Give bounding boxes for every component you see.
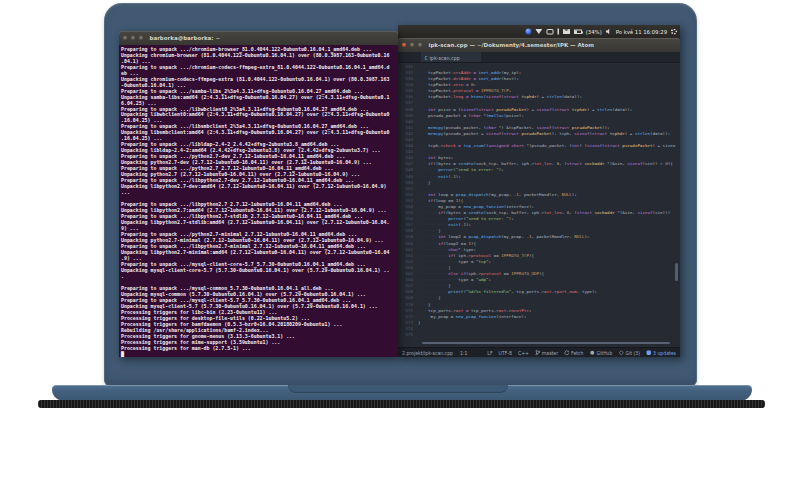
terminal-line: Unpacking mysql-client-core-5.7 (5.7.30-… xyxy=(121,267,398,273)
terminal-line: Preparing to unpack .../samba-libs_2%3a4… xyxy=(121,88,398,94)
terminal-line: Preparing to unpack .../chromium-codecs-… xyxy=(121,64,398,70)
laptop-base xyxy=(52,385,752,401)
atom-titlebar[interactable]: ipk-scan.cpp — ~/Dokumenty/4.semester/IP… xyxy=(398,38,680,52)
status-item-3-updates[interactable]: 3 updates xyxy=(646,350,676,356)
tab-ipk-scan[interactable]: C ipk-scan.cpp xyxy=(420,52,482,63)
volume-icon[interactable] xyxy=(606,29,612,35)
gear-icon[interactable] xyxy=(671,29,677,35)
battery-percent: (34%) xyxy=(586,29,602,35)
atom-window-title: ipk-scan.cpp — ~/Dokumenty/4.semester/IP… xyxy=(429,42,594,49)
terminal-line: Preparing to unpack .../libpython2.7-std… xyxy=(121,213,398,219)
status-item-c-[interactable]: C++ xyxy=(518,350,529,356)
status-cursor-position[interactable]: 1:1 xyxy=(460,350,467,356)
c-file-icon: C xyxy=(425,55,428,61)
trackpad-notch xyxy=(288,385,508,393)
terminal-line: Preparing to unpack .../python2.7-minima… xyxy=(121,231,398,237)
vertical-scrollbar[interactable] xyxy=(675,263,678,281)
terminal-line: Unpacking samba-libs:amd64 (2:4.3.11+dfs… xyxy=(121,94,398,100)
text-caret-icon xyxy=(557,29,559,35)
status-item-git-3-[interactable]: Git (3) xyxy=(618,350,640,356)
status-item-github[interactable]: GitHub xyxy=(590,350,613,356)
status-item-fetch[interactable]: Fetch xyxy=(564,350,583,356)
terminal-window: barborka@barborka: ~ Preparing to unpack… xyxy=(119,31,398,357)
atom-window: (34%) Po kvě 11 16:09:29 ipk-scan.cpp — … xyxy=(398,25,680,357)
maximize-icon[interactable] xyxy=(418,43,422,47)
status-file-path[interactable]: 2.projekt/ipk-scan.cpp xyxy=(402,350,453,356)
minimize-icon[interactable] xyxy=(410,43,414,47)
terminal-output[interactable]: Preparing to unpack .../chromium-browser… xyxy=(119,45,398,357)
terminal-line: Unpacking libpython2.7-stdlib:amd64 (2.7… xyxy=(121,219,398,225)
indicator-app-icon[interactable] xyxy=(525,29,531,35)
code-line: 575 xyxy=(398,331,680,337)
terminal-line: Unpacking chromium-codecs-ffmpeg-extra (… xyxy=(121,76,398,82)
laptop-rubber-foot xyxy=(38,400,765,408)
maximize-icon[interactable] xyxy=(139,36,143,40)
terminal-line: Unpacking libpython2.7-minimal:amd64 (2.… xyxy=(121,249,398,255)
mail-icon[interactable] xyxy=(563,29,570,34)
battery-icon[interactable] xyxy=(574,29,582,34)
close-icon[interactable] xyxy=(402,43,406,47)
terminal-line: Unpacking libsmbclient:amd64 (2:4.3.11+d… xyxy=(121,130,398,136)
terminal-line: Unpacking libpython2.7-dev:amd64 (2.7.12… xyxy=(121,183,398,189)
terminal-line: █ xyxy=(121,351,398,357)
status-item-utf-8[interactable]: UTF-8 xyxy=(499,350,512,356)
tab-bar: C ipk-scan.cpp xyxy=(398,52,680,63)
terminal-titlebar[interactable]: barborka@barborka: ~ xyxy=(119,31,398,45)
horizontal-scrollbar[interactable] xyxy=(422,342,670,344)
status-item-master[interactable]: master xyxy=(535,350,558,356)
clock[interactable]: Po kvě 11 16:09:29 xyxy=(616,29,667,35)
laptop-lid: (34%) Po kvě 11 16:09:29 ipk-scan.cpp — … xyxy=(104,3,697,386)
close-icon[interactable] xyxy=(123,36,127,40)
terminal-line: Unpacking libwbclient0:amd64 (2:4.3.11+d… xyxy=(121,112,398,118)
ubuntu-top-panel: (34%) Po kvě 11 16:09:29 xyxy=(398,25,680,38)
keyboard-layout-icon[interactable] xyxy=(546,29,553,35)
terminal-line: Unpacking libpython2.7:amd64 (2.7.12-1ub… xyxy=(121,207,398,213)
tab-label: ipk-scan.cpp xyxy=(430,55,460,61)
status-item-lf[interactable]: LF xyxy=(487,350,492,356)
wifi-icon[interactable] xyxy=(535,29,542,34)
status-bar: 2.projekt/ipk-scan.cpp 1:1 LFUTF-8C++mas… xyxy=(398,347,680,357)
terminal-line: Unpacking chromium-browser (81.0.4044.12… xyxy=(121,52,398,58)
code-editor[interactable]: 530····tcpPacket.urg_ptr = 0;531532····t… xyxy=(398,63,680,347)
terminal-title: barborka@barborka: ~ xyxy=(150,35,221,42)
minimize-icon[interactable] xyxy=(131,36,135,40)
